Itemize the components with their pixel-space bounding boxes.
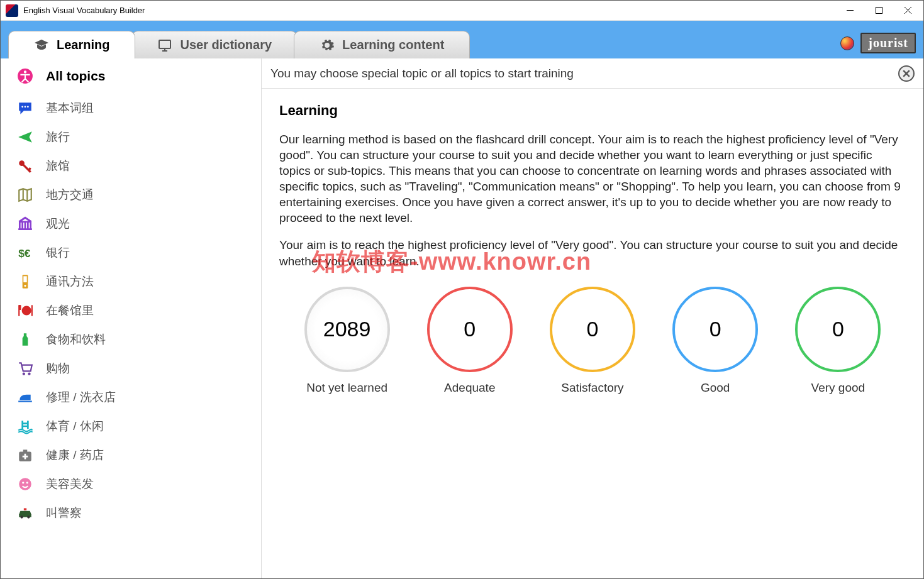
sidebar-item-1[interactable]: 基本词组 <box>1 94 261 123</box>
sidebar-item-2[interactable]: 旅行 <box>1 123 261 152</box>
sidebar-item-5[interactable]: 观光 <box>1 209 261 238</box>
sidebar-item-14[interactable]: 美容美发 <box>1 470 261 499</box>
stat-good[interactable]: 0 Good <box>672 287 758 395</box>
currency-icon: $€ <box>16 243 35 262</box>
svg-point-12 <box>22 306 31 315</box>
window-title: English Visual Vocabulary Builder <box>23 6 145 15</box>
medkit-icon <box>16 446 35 465</box>
speech-bubble-icon <box>16 99 35 118</box>
sidebar-item-label: 美容美发 <box>46 476 94 492</box>
sidebar-item-label: 健康 / 药店 <box>46 447 104 463</box>
brand-badge-icon <box>840 36 854 50</box>
tab-user-dictionary[interactable]: User dictionary <box>131 31 298 58</box>
svg-text:$€: $€ <box>18 247 31 260</box>
brand-logo[interactable]: jourist <box>860 33 916 53</box>
sidebar-item-10[interactable]: 购物 <box>1 354 261 383</box>
sidebar-item-label: 旅行 <box>46 129 70 145</box>
stat-label: Good <box>701 381 730 395</box>
airplane-icon <box>16 128 35 146</box>
titlebar: English Visual Vocabulary Builder <box>1 1 923 21</box>
sidebar-item-6[interactable]: $€银行 <box>1 238 261 267</box>
hint-bar: You may choose special topic or all topi… <box>262 58 923 89</box>
stat-not-yet-learned[interactable]: 2089 Not yet learned <box>304 287 390 395</box>
graduation-cap-icon <box>34 38 49 53</box>
temple-icon <box>16 214 35 233</box>
close-hint-button[interactable] <box>898 65 915 82</box>
tab-learning[interactable]: Learning <box>8 31 135 58</box>
stats-row: 2089 Not yet learned 0 Adequate 0 Satisf… <box>279 287 906 395</box>
stat-value: 0 <box>427 287 513 372</box>
monitor-icon <box>157 38 172 53</box>
svg-point-19 <box>26 482 28 483</box>
svg-rect-0 <box>876 8 882 14</box>
iron-icon <box>16 388 35 407</box>
svg-point-17 <box>19 478 31 490</box>
stat-value: 0 <box>550 287 635 372</box>
stat-adequate[interactable]: 0 Adequate <box>427 287 513 395</box>
stat-label: Not yet learned <box>306 381 387 395</box>
hint-text: You may choose special topic or all topi… <box>270 67 574 80</box>
maximize-button[interactable] <box>864 1 893 20</box>
stat-label: Satisfactory <box>561 381 623 395</box>
minimize-button[interactable] <box>835 1 864 20</box>
sidebar-item-label: 修理 / 洗衣店 <box>46 389 116 405</box>
sidebar-item-13[interactable]: 健康 / 药店 <box>1 441 261 470</box>
svg-rect-16 <box>23 449 28 452</box>
content-area: Learning Our learning method is based on… <box>262 89 923 409</box>
sidebar-item-11[interactable]: 修理 / 洗衣店 <box>1 383 261 412</box>
stat-satisfactory[interactable]: 0 Satisfactory <box>550 287 635 395</box>
sidebar-item-9[interactable]: 食物和饮料 <box>1 325 261 354</box>
sidebar-item-label: All topics <box>46 69 106 84</box>
sidebar-item-label: 通讯方法 <box>46 273 94 290</box>
tab-learning-content[interactable]: Learning content <box>294 31 470 58</box>
stat-value: 0 <box>795 287 881 372</box>
sidebar-item-label: 购物 <box>46 360 70 377</box>
gear-icon <box>320 38 335 53</box>
content-paragraph-1: Our learning method is based on the flas… <box>279 131 906 226</box>
svg-rect-22 <box>24 508 26 510</box>
svg-point-18 <box>22 482 24 483</box>
stat-label: Very good <box>811 381 866 395</box>
keys-icon <box>16 157 35 175</box>
sidebar-item-3[interactable]: 旅馆 <box>1 152 261 180</box>
app-window: English Visual Vocabulary Builder Learni… <box>0 0 924 579</box>
face-icon <box>16 475 35 494</box>
sidebar-item-4[interactable]: 地方交通 <box>1 180 261 209</box>
cutlery-icon <box>16 301 35 320</box>
pool-icon <box>16 417 35 436</box>
stat-value: 2089 <box>304 287 390 372</box>
stat-very-good[interactable]: 0 Very good <box>795 287 881 395</box>
sidebar-item-label: 观光 <box>46 216 70 232</box>
tab-label: Learning content <box>342 38 444 52</box>
accessibility-icon <box>16 67 35 85</box>
svg-rect-1 <box>159 40 170 48</box>
bottle-icon <box>16 330 35 349</box>
body: All topics基本词组旅行旅馆地方交通观光$€银行通讯方法在餐馆里食物和饮… <box>1 58 923 578</box>
cart-icon <box>16 359 35 378</box>
svg-point-3 <box>24 70 26 73</box>
svg-point-20 <box>20 516 23 518</box>
phone-icon <box>16 272 35 291</box>
svg-point-13 <box>23 373 25 375</box>
sidebar-item-8[interactable]: 在餐馆里 <box>1 296 261 325</box>
sidebar-item-label: 叫警察 <box>46 505 82 521</box>
svg-point-21 <box>27 516 30 518</box>
svg-point-5 <box>25 106 26 108</box>
svg-point-4 <box>21 106 23 108</box>
sidebar-item-label: 在餐馆里 <box>46 302 94 319</box>
tab-strip: Learning User dictionary Learning conten… <box>1 21 923 58</box>
topic-sidebar[interactable]: All topics基本词组旅行旅馆地方交通观光$€银行通讯方法在餐馆里食物和饮… <box>1 58 262 578</box>
sidebar-item-label: 基本词组 <box>46 100 94 116</box>
sidebar-item-0[interactable]: All topics <box>1 58 261 94</box>
content-paragraph-2: Your aim is to reach the highest profici… <box>279 237 906 268</box>
close-button[interactable] <box>893 1 922 20</box>
svg-point-11 <box>24 285 26 287</box>
svg-point-6 <box>27 106 29 108</box>
sidebar-item-7[interactable]: 通讯方法 <box>1 267 261 296</box>
sidebar-item-15[interactable]: 叫警察 <box>1 499 261 527</box>
sidebar-item-12[interactable]: 体育 / 休闲 <box>1 412 261 441</box>
content-heading: Learning <box>279 102 906 119</box>
sidebar-item-label: 银行 <box>46 245 70 261</box>
sidebar-item-label: 旅馆 <box>46 158 70 174</box>
stat-value: 0 <box>672 287 758 372</box>
